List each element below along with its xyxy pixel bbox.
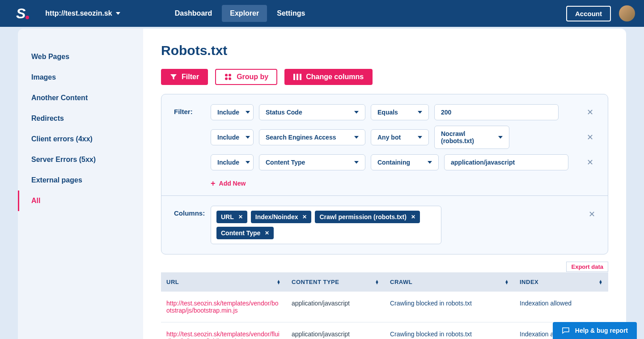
column-chip[interactable]: Content Type✕ (216, 227, 274, 239)
filter-field-select[interactable]: Search Engines Access (259, 129, 365, 145)
sidebar-item-all[interactable]: All (18, 191, 143, 211)
col-header-index[interactable]: INDEX▲▼ (514, 272, 608, 292)
filter-button[interactable]: Filter (161, 69, 208, 85)
avatar[interactable] (619, 5, 635, 21)
cell-content-type: application/javascript (286, 322, 385, 339)
svg-point-1 (229, 74, 231, 76)
sidebar-item-another-content[interactable]: Another Content (18, 88, 143, 108)
filter-mode-select[interactable]: Include (211, 129, 254, 145)
chat-icon (562, 326, 570, 335)
nav-dashboard[interactable]: Dashboard (167, 5, 220, 22)
cell-crawl: Crawling blocked in robots.txt (385, 292, 514, 322)
chevron-down-icon (354, 161, 359, 164)
site-url: http://test.seozin.sk (45, 9, 112, 17)
add-filter-button[interactable]: + Add New (211, 179, 595, 187)
remove-chip-icon[interactable]: ✕ (238, 214, 243, 220)
filter-operator-select[interactable]: Any bot (371, 129, 429, 145)
nav-explorer[interactable]: Explorer (222, 5, 267, 22)
svg-rect-6 (300, 74, 301, 80)
filter-panel: Filter: Include Status Code Equals ✕ Inc… (161, 94, 608, 254)
filter-row: Include Content Type Containing ✕ (211, 154, 595, 170)
column-chip[interactable]: Index/Noindex✕ (251, 211, 312, 223)
help-bug-report-button[interactable]: Help & bug report (553, 322, 637, 339)
filter-operator-select[interactable]: Containing (371, 154, 439, 170)
add-new-label: Add New (219, 180, 246, 187)
clear-columns-button[interactable]: ✕ (589, 206, 595, 219)
chevron-down-icon (498, 136, 503, 139)
sidebar-item-server-errors[interactable]: Server Errors (5xx) (18, 149, 143, 170)
remove-filter-button[interactable]: ✕ (585, 106, 595, 119)
columns-chip-box[interactable]: URL✕ Index/Noindex✕ Crawl permission (ro… (211, 206, 441, 244)
filter-section-label: Filter: (174, 104, 203, 115)
plus-icon: + (211, 179, 216, 187)
columns-icon (293, 73, 301, 81)
svg-point-2 (225, 77, 228, 80)
filter-row: Include Status Code Equals ✕ (211, 104, 595, 120)
cell-crawl: Crawling blocked in robots.txt (385, 322, 514, 339)
table-row: http://test.seozin.sk/templates/vendor/f… (161, 322, 608, 339)
help-label: Help & bug report (575, 327, 628, 334)
logo: S (16, 5, 25, 22)
sidebar-item-images[interactable]: Images (18, 67, 143, 88)
svg-rect-5 (297, 74, 298, 80)
change-columns-label: Change columns (306, 73, 364, 81)
topbar: S http://test.seozin.sk Dashboard Explor… (0, 0, 644, 27)
chevron-down-icon (428, 161, 432, 164)
remove-filter-button[interactable]: ✕ (585, 131, 595, 144)
filter-field-select[interactable]: Content Type (259, 154, 365, 170)
remove-filter-button[interactable]: ✕ (585, 156, 595, 169)
top-right: Account (566, 5, 635, 21)
cell-index: Indexation allowed (514, 292, 608, 322)
column-chip[interactable]: URL✕ (216, 211, 247, 223)
grid-icon (224, 73, 232, 81)
col-header-url[interactable]: URL▲▼ (161, 272, 286, 292)
sort-icon: ▲▼ (277, 280, 281, 284)
column-chip[interactable]: Crawl permission (robots.txt)✕ (315, 211, 419, 223)
nav-settings[interactable]: Settings (269, 5, 313, 22)
filter-icon (170, 73, 177, 81)
export-data-button[interactable]: Export data (566, 262, 608, 272)
remove-chip-icon[interactable]: ✕ (411, 214, 415, 220)
chevron-down-icon (246, 136, 250, 139)
sort-icon: ▲▼ (599, 280, 603, 284)
top-nav: Dashboard Explorer Settings (167, 5, 314, 22)
site-selector[interactable]: http://test.seozin.sk (45, 9, 120, 17)
columns-section: Columns: URL✕ Index/Noindex✕ Crawl permi… (161, 196, 608, 254)
filter-value-input[interactable] (444, 154, 568, 170)
chevron-down-icon (354, 136, 359, 139)
chevron-down-icon (418, 111, 422, 114)
change-columns-button[interactable]: Change columns (284, 69, 373, 85)
group-by-button[interactable]: Group by (215, 69, 277, 85)
sort-icon: ▲▼ (505, 280, 509, 284)
filter-mode-select[interactable]: Include (211, 154, 254, 170)
chevron-down-icon (116, 12, 120, 15)
filter-rows: Include Status Code Equals ✕ Include Sea… (211, 104, 595, 187)
sidebar-item-client-errors[interactable]: Client errors (4xx) (18, 129, 143, 149)
cell-content-type: application/javascript (286, 292, 385, 322)
col-header-content-type[interactable]: CONTENT TYPE▲▼ (286, 272, 385, 292)
svg-rect-4 (293, 74, 295, 80)
filter-value-select[interactable]: Nocrawl (robots.txt) (434, 126, 509, 149)
filter-value-input[interactable] (434, 104, 559, 120)
cell-url[interactable]: http://test.seozin.sk/templates/vendor/b… (161, 292, 286, 322)
table-wrap: Export data URL▲▼ CONTENT TYPE▲▼ CRAWL▲▼… (161, 272, 608, 339)
main-content: Robots.txt Filter Group by Change column… (143, 29, 626, 339)
sidebar-item-web-pages[interactable]: Web Pages (18, 47, 143, 67)
chevron-down-icon (354, 111, 359, 114)
toolbar: Filter Group by Change columns (161, 69, 608, 85)
results-table: URL▲▼ CONTENT TYPE▲▼ CRAWL▲▼ INDEX▲▼ htt… (161, 272, 608, 339)
col-header-crawl[interactable]: CRAWL▲▼ (385, 272, 514, 292)
group-by-label: Group by (237, 73, 268, 81)
chevron-down-icon (418, 136, 422, 139)
filter-button-label: Filter (182, 73, 199, 81)
remove-chip-icon[interactable]: ✕ (302, 214, 307, 220)
table-row: http://test.seozin.sk/templates/vendor/b… (161, 292, 608, 322)
filter-operator-select[interactable]: Equals (371, 104, 429, 120)
cell-url[interactable]: http://test.seozin.sk/templates/vendor/f… (161, 322, 286, 339)
filter-mode-select[interactable]: Include (211, 104, 254, 120)
account-button[interactable]: Account (566, 6, 611, 21)
remove-chip-icon[interactable]: ✕ (265, 230, 269, 236)
filter-field-select[interactable]: Status Code (259, 104, 365, 120)
sidebar-item-external-pages[interactable]: External pages (18, 170, 143, 191)
sidebar-item-redirects[interactable]: Redirects (18, 108, 143, 129)
